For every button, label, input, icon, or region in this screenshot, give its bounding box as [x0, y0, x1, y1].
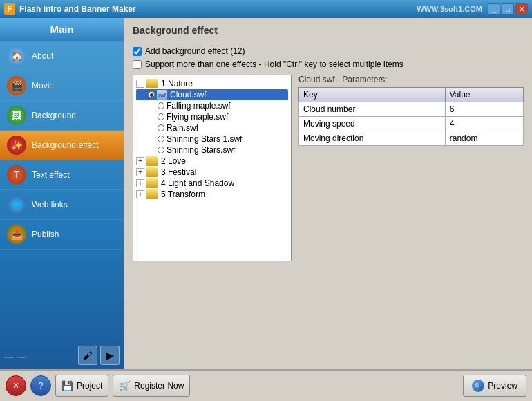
tree-label-flying-maple: Flying maple.swf: [167, 112, 228, 122]
close-button[interactable]: ✕: [515, 3, 528, 15]
params-header-value: Value: [445, 88, 523, 102]
tree-node-falling-maple[interactable]: Falling maple.swf: [136, 100, 288, 111]
tree-label-light-shadow: 4 Light and Shadow: [161, 178, 234, 188]
expand-light-shadow[interactable]: +: [136, 179, 144, 187]
sidebar-paint-button[interactable]: 🖌: [78, 346, 97, 365]
support-multiple-label: Support more than one effects - Hold "Ct…: [145, 59, 403, 69]
param-value-1: 4: [445, 117, 523, 131]
tree-label-love: 2 Love: [161, 156, 186, 166]
preview-label: Preview: [488, 381, 517, 391]
effect-tree[interactable]: - 1 Nature swf Cloud.swf: [133, 75, 292, 261]
maximize-button[interactable]: □: [502, 3, 514, 15]
tree-label-shinning-stars: Shinning Stars.swf: [167, 145, 235, 155]
tree-node-love[interactable]: + 2 Love: [136, 156, 288, 167]
expand-love[interactable]: +: [136, 157, 144, 165]
main-window: Main 🏠 About 🎬 Movie 🖼 Background ✨ Back…: [0, 18, 532, 369]
folder-icon-light-shadow: [146, 178, 158, 188]
param-key-2: Moving direction: [299, 131, 446, 146]
sidebar-item-background-effect[interactable]: ✨ Background effect: [0, 131, 124, 160]
tree-node-cloud[interactable]: swf Cloud.swf: [136, 89, 288, 100]
sidebar-item-publish[interactable]: 📤 Publish: [0, 220, 124, 250]
register-label: Register Now: [134, 381, 184, 391]
tree-node-nature[interactable]: - 1 Nature: [136, 78, 288, 89]
expand-nature[interactable]: -: [136, 80, 144, 88]
right-column: Cloud.swf - Parameters: Key Value Cloud …: [298, 75, 524, 261]
file-icon-cloud: swf: [157, 90, 167, 100]
folder-icon-nature: [146, 79, 158, 88]
web-links-icon: 🌐: [7, 195, 26, 214]
param-key-0: Cloud number: [299, 102, 446, 117]
table-row: Cloud number 6: [299, 102, 524, 117]
sidebar-header: Main: [0, 18, 124, 41]
tree-node-shinning-stars1[interactable]: Shinning Stars 1.swf: [136, 133, 288, 144]
folder-icon-festival: [146, 167, 158, 177]
sidebar-item-text-effect[interactable]: T Text effect: [0, 160, 124, 190]
expand-transform[interactable]: +: [136, 190, 144, 198]
radio-falling-maple: [158, 102, 164, 109]
sidebar-bottom: ............ 🖌 ▶: [0, 342, 124, 369]
param-key-1: Moving speed: [299, 117, 446, 131]
preview-button[interactable]: 🔍 Preview: [463, 375, 526, 397]
tree-label-rain: Rain.swf: [167, 123, 198, 133]
minimize-button[interactable]: _: [488, 3, 500, 15]
radio-flying-maple: [158, 113, 164, 120]
content-title: Background effect: [133, 25, 524, 39]
radio-shinning-stars: [158, 147, 164, 153]
add-effect-label: Add background effect (12): [145, 46, 245, 56]
tree-node-light-shadow[interactable]: + 4 Light and Shadow: [136, 178, 288, 189]
register-icon: 🛒: [119, 380, 131, 391]
help-button[interactable]: ?: [30, 375, 51, 396]
sidebar: Main 🏠 About 🎬 Movie 🖼 Background ✨ Back…: [0, 18, 124, 369]
params-header-key: Key: [299, 88, 446, 102]
sidebar-more-button[interactable]: ▶: [100, 346, 120, 365]
sidebar-label-background: Background: [32, 111, 76, 120]
sidebar-item-about[interactable]: 🏠 About: [0, 41, 124, 71]
table-row: Moving direction random: [299, 131, 524, 146]
content-area: Background effect Add background effect …: [124, 18, 532, 369]
params-table: Key Value Cloud number 6 Moving speed 4: [298, 87, 524, 146]
tree-node-flying-maple[interactable]: Flying maple.swf: [136, 111, 288, 122]
tree-node-festival[interactable]: + 3 Festival: [136, 167, 288, 178]
title-bar: F Flash Intro and Banner Maker WWW.3soft…: [0, 0, 532, 18]
movie-icon: 🎬: [7, 76, 26, 95]
watermark: WWW.3soft1.COM: [417, 5, 482, 13]
two-column-layout: - 1 Nature swf Cloud.swf: [133, 75, 524, 261]
param-value-0: 6: [445, 102, 523, 117]
checkbox-row-1: Add background effect (12): [133, 46, 524, 56]
table-row: Moving speed 4: [299, 117, 524, 131]
params-title: Cloud.swf - Parameters:: [298, 75, 524, 84]
tree-node-transform[interactable]: + 5 Transform: [136, 189, 288, 200]
close-app-button[interactable]: ✕: [6, 375, 26, 396]
tree-label-falling-maple: Falling maple.swf: [167, 101, 231, 111]
sidebar-label-about: About: [32, 51, 53, 61]
sidebar-item-background[interactable]: 🖼 Background: [0, 101, 124, 131]
tree-node-rain[interactable]: Rain.swf: [136, 122, 288, 133]
support-multiple-checkbox[interactable]: [133, 60, 142, 69]
sidebar-item-web-links[interactable]: 🌐 Web links: [0, 190, 124, 220]
project-button[interactable]: 💾 Project: [55, 375, 108, 397]
sidebar-label-text-effect: Text effect: [32, 170, 69, 180]
left-column: - 1 Nature swf Cloud.swf: [133, 75, 292, 261]
project-label: Project: [77, 381, 102, 391]
tree-label-cloud: Cloud.swf: [170, 90, 207, 100]
register-button[interactable]: 🛒 Register Now: [113, 375, 190, 397]
home-icon: 🏠: [7, 46, 26, 66]
add-effect-checkbox[interactable]: [133, 47, 142, 56]
window-controls: _ □ ✕: [488, 3, 528, 15]
sidebar-label-publish: Publish: [32, 230, 59, 239]
folder-icon-transform: [146, 189, 158, 199]
sidebar-label-web-links: Web links: [32, 200, 68, 209]
app-icon: F: [4, 3, 15, 15]
tree-label-nature: 1 Nature: [161, 79, 193, 88]
tree-node-shinning-stars[interactable]: Shinning Stars.swf: [136, 144, 288, 156]
sidebar-label-background-effect: Background effect: [32, 140, 99, 150]
bottom-toolbar: ✕ ? 💾 Project 🛒 Register Now 🔍 Preview: [0, 369, 532, 401]
expand-festival[interactable]: +: [136, 168, 144, 176]
publish-icon: 📤: [7, 225, 26, 244]
folder-icon-love: [146, 156, 158, 166]
tree-label-transform: 5 Transform: [161, 189, 205, 199]
text-effect-icon: T: [7, 165, 26, 185]
sidebar-item-movie[interactable]: 🎬 Movie: [0, 71, 124, 101]
project-icon: 💾: [61, 380, 73, 391]
radio-rain: [158, 124, 164, 131]
